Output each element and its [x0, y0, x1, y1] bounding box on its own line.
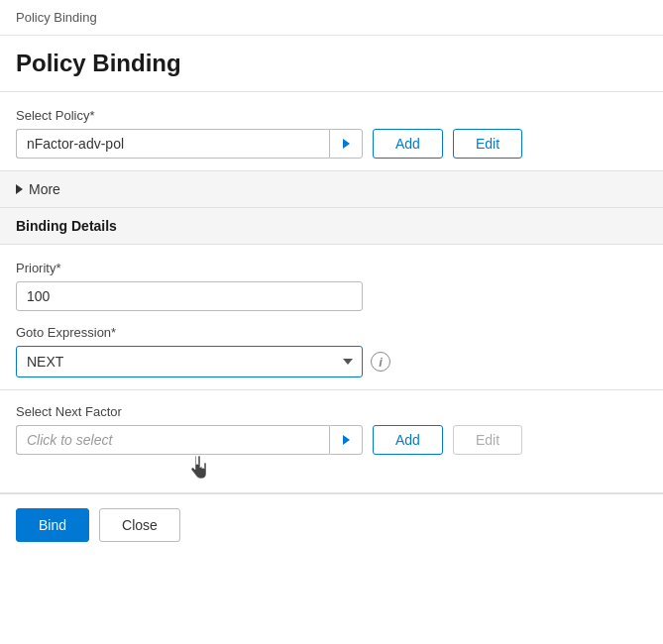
- breadcrumb: Policy Binding: [0, 0, 663, 36]
- page-header: Policy Binding: [0, 36, 663, 92]
- priority-input[interactable]: [16, 281, 363, 311]
- select-next-factor-row: Add Edit: [16, 425, 647, 455]
- binding-details-header: Binding Details: [0, 208, 663, 245]
- goto-expression-select[interactable]: NEXT END USE_INVOCATION_RESULT: [16, 346, 363, 377]
- goto-expression-block: Goto Expression* NEXT END USE_INVOCATION…: [16, 325, 647, 377]
- hand-cursor-icon: [189, 455, 211, 483]
- select-next-factor-label: Select Next Factor: [16, 404, 647, 419]
- goto-expression-row: NEXT END USE_INVOCATION_RESULT i: [16, 346, 647, 377]
- select-policy-add-button[interactable]: Add: [373, 129, 443, 159]
- more-section[interactable]: More: [0, 171, 663, 208]
- select-next-factor-arrow-button[interactable]: [329, 425, 363, 455]
- priority-label: Priority*: [16, 261, 647, 275]
- priority-section: Priority* Goto Expression* NEXT END USE_…: [0, 245, 663, 390]
- cursor-indicator: [189, 457, 647, 481]
- select-policy-arrow-button[interactable]: [329, 129, 363, 159]
- footer-buttons: Bind Close: [0, 493, 663, 556]
- select-next-factor-section: Select Next Factor Add Edit: [0, 390, 663, 493]
- select-policy-edit-button[interactable]: Edit: [453, 129, 522, 159]
- close-button[interactable]: Close: [99, 508, 180, 542]
- breadcrumb-text: Policy Binding: [16, 10, 97, 25]
- info-icon: i: [371, 352, 390, 372]
- bind-button[interactable]: Bind: [16, 508, 89, 542]
- select-policy-input[interactable]: [16, 129, 329, 159]
- select-policy-row: Add Edit: [16, 129, 647, 159]
- select-next-factor-input-group: [16, 425, 363, 455]
- goto-expression-label: Goto Expression*: [16, 325, 647, 340]
- page-title: Policy Binding: [16, 50, 647, 77]
- select-next-factor-add-button[interactable]: Add: [373, 425, 443, 455]
- arrow-right-icon-2: [343, 435, 350, 445]
- select-policy-label: Select Policy*: [16, 108, 647, 123]
- goto-expression-select-wrapper: NEXT END USE_INVOCATION_RESULT: [16, 346, 363, 377]
- more-label: More: [29, 181, 60, 197]
- select-next-factor-edit-button[interactable]: Edit: [453, 425, 522, 455]
- more-triangle-icon: [16, 184, 23, 194]
- arrow-right-icon: [343, 139, 350, 149]
- select-policy-input-group: [16, 129, 363, 159]
- binding-details-title: Binding Details: [16, 218, 117, 234]
- select-next-factor-input[interactable]: [16, 425, 329, 455]
- select-policy-section: Select Policy* Add Edit: [0, 92, 663, 171]
